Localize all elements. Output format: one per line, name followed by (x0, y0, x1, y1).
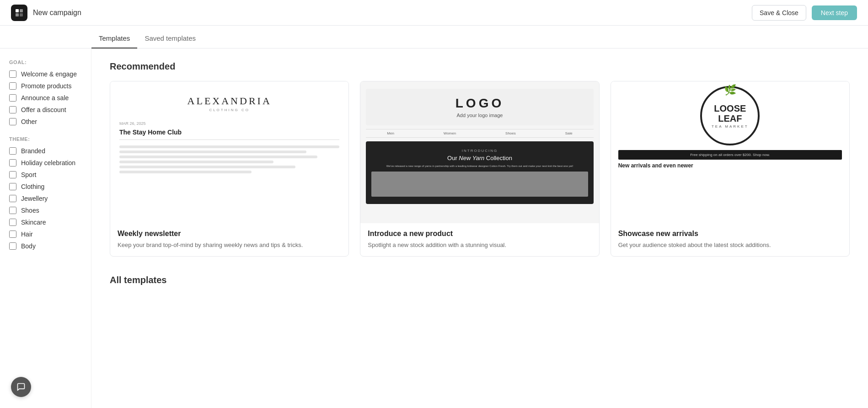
filter-promote-label: Promote products (21, 82, 72, 90)
card-new-product[interactable]: LOGO Add your logo image Men Women Shoes… (360, 81, 599, 257)
checkbox-other[interactable] (9, 118, 16, 125)
card-desc-arrivals: Get your audience stoked about the lates… (618, 241, 842, 250)
filter-discount[interactable]: Offer a discount (9, 106, 82, 113)
main-layout: GOAL: Welcome & engage Promote products … (0, 48, 868, 408)
goal-filter-section: GOAL: Welcome & engage Promote products … (9, 59, 82, 125)
checkbox-promote[interactable] (9, 82, 16, 90)
filter-sport[interactable]: Sport (9, 171, 82, 178)
tabs-bar: Templates Saved templates (0, 26, 868, 48)
header: New campaign Save & Close Next step (0, 0, 868, 26)
checkbox-discount[interactable] (9, 106, 16, 113)
filter-skincare[interactable]: Skincare (9, 219, 82, 226)
nav-women: Women (444, 131, 456, 135)
svg-rect-1 (20, 9, 23, 12)
header-left: New campaign (11, 5, 81, 21)
filter-jewellery-label: Jewellery (21, 195, 48, 202)
card-name-newsletter: Weekly newsletter (118, 230, 341, 238)
filter-holiday-label: Holiday celebration (21, 159, 75, 166)
card-weekly-newsletter[interactable]: ALEXANDRIA CLOTHING CO MAR 26, 2025 The … (110, 81, 349, 257)
filter-welcome-label: Welcome & engage (21, 70, 77, 78)
card-name-new-product: Introduce a new product (368, 230, 591, 238)
filter-holiday[interactable]: Holiday celebration (9, 159, 82, 166)
theme-filter-section: THEME: Branded Holiday celebration Sport… (9, 136, 82, 250)
tab-saved-templates[interactable]: Saved templates (137, 29, 203, 48)
checkbox-sport[interactable] (9, 171, 16, 178)
checkbox-hair[interactable] (9, 231, 16, 238)
filter-promote[interactable]: Promote products (9, 82, 82, 90)
card-desc-new-product: Spotlight a new stock addition with a st… (368, 241, 591, 250)
filter-hair[interactable]: Hair (9, 231, 82, 238)
filter-branded-label: Branded (21, 147, 45, 155)
checkbox-shoes[interactable] (9, 207, 16, 214)
nav-sale: Sale (565, 131, 573, 135)
save-close-button[interactable]: Save & Close (752, 5, 806, 21)
checkbox-clothing[interactable] (9, 183, 16, 190)
looseleaf-circle: 🌿 LOOSE LEAF TEA MARKET (700, 86, 760, 145)
filter-welcome[interactable]: Welcome & engage (9, 70, 82, 78)
checkbox-welcome[interactable] (9, 70, 16, 78)
looseleaf-banner: Free shipping on all orders over $200. S… (618, 150, 842, 160)
card-preview-looseleaf: 🌿 LOOSE LEAF TEA MARKET Free shipping on… (611, 81, 849, 223)
svg-rect-2 (16, 13, 19, 16)
looseleaf-big-text: LOOSE LEAF (714, 103, 746, 123)
filter-discount-label: Offer a discount (21, 106, 66, 113)
checkbox-skincare[interactable] (9, 219, 16, 226)
card-name-arrivals: Showcase new arrivals (618, 230, 842, 238)
content-area: Recommended ALEXANDRIA CLOTHING CO MAR 2… (91, 48, 868, 408)
page-title: New campaign (33, 9, 81, 17)
logo-big-text: LOGO (373, 96, 586, 111)
filter-body-label: Body (21, 242, 36, 250)
filter-other[interactable]: Other (9, 118, 82, 125)
filter-clothing[interactable]: Clothing (9, 183, 82, 190)
alexandria-sub-text: CLOTHING CO (209, 108, 250, 112)
yarn-introducing: INTRODUCING (371, 149, 588, 153)
tab-templates[interactable]: Templates (91, 29, 137, 48)
checkbox-sale[interactable] (9, 94, 16, 102)
app-logo-icon (11, 5, 27, 21)
alexandria-logo-text: ALEXANDRIA (188, 95, 272, 107)
filter-hair-label: Hair (21, 231, 33, 238)
filter-sale[interactable]: Announce a sale (9, 94, 82, 102)
checkbox-jewellery[interactable] (9, 195, 16, 202)
logo-box: LOGO Add your logo image (366, 89, 593, 125)
checkbox-holiday[interactable] (9, 159, 16, 166)
filter-shoes-label: Shoes (21, 207, 39, 214)
recommended-section-title: Recommended (110, 61, 850, 72)
nav-bar-mini: Men Women Shoes Sale (366, 129, 593, 138)
filter-branded[interactable]: Branded (9, 147, 82, 155)
filter-sport-label: Sport (21, 171, 36, 178)
looseleaf-line2: LEAF (714, 113, 746, 123)
looseleaf-tea-market: TEA MARKET (712, 124, 749, 129)
theme-label: THEME: (9, 136, 82, 142)
card-preview-logo: LOGO Add your logo image Men Women Shoes… (360, 81, 599, 223)
filter-body[interactable]: Body (9, 242, 82, 250)
yarn-body: We've released a new range of yarns in p… (371, 164, 588, 168)
recommended-cards-grid: ALEXANDRIA CLOTHING CO MAR 26, 2025 The … (110, 81, 850, 257)
filter-shoes[interactable]: Shoes (9, 207, 82, 214)
card-info-arrivals: Showcase new arrivals Get your audience … (611, 223, 849, 256)
card-info-newsletter: Weekly newsletter Keep your brand top-of… (110, 223, 348, 256)
checkbox-body[interactable] (9, 242, 16, 250)
all-templates-title: All templates (110, 275, 850, 285)
yarn-image-placeholder (371, 172, 588, 197)
checkbox-branded[interactable] (9, 147, 16, 155)
looseleaf-line1: LOOSE (714, 103, 746, 113)
looseleaf-headline: New arrivals and even newer (618, 162, 842, 169)
header-right: Save & Close Next step (752, 5, 857, 21)
card-desc-newsletter: Keep your brand top-of-mind by sharing w… (118, 241, 341, 250)
filter-skincare-label: Skincare (21, 219, 46, 226)
chat-button[interactable] (11, 377, 31, 397)
card-new-arrivals[interactable]: 🌿 LOOSE LEAF TEA MARKET Free shipping on… (611, 81, 850, 257)
sidebar: GOAL: Welcome & engage Promote products … (0, 48, 91, 408)
next-step-button[interactable]: Next step (812, 5, 857, 20)
nav-men: Men (387, 131, 394, 135)
nav-shoes: Shoes (505, 131, 516, 135)
filter-clothing-label: Clothing (21, 183, 44, 190)
alexandria-club: The Stay Home Club (119, 129, 182, 136)
svg-rect-3 (20, 13, 23, 16)
filter-jewellery[interactable]: Jewellery (9, 195, 82, 202)
filter-other-label: Other (21, 118, 37, 125)
card-info-new-product: Introduce a new product Spotlight a new … (360, 223, 599, 256)
yarn-card: INTRODUCING Our New Yarn Collection We'v… (366, 141, 593, 204)
yarn-title: Our New Yarn Collection (371, 155, 588, 161)
